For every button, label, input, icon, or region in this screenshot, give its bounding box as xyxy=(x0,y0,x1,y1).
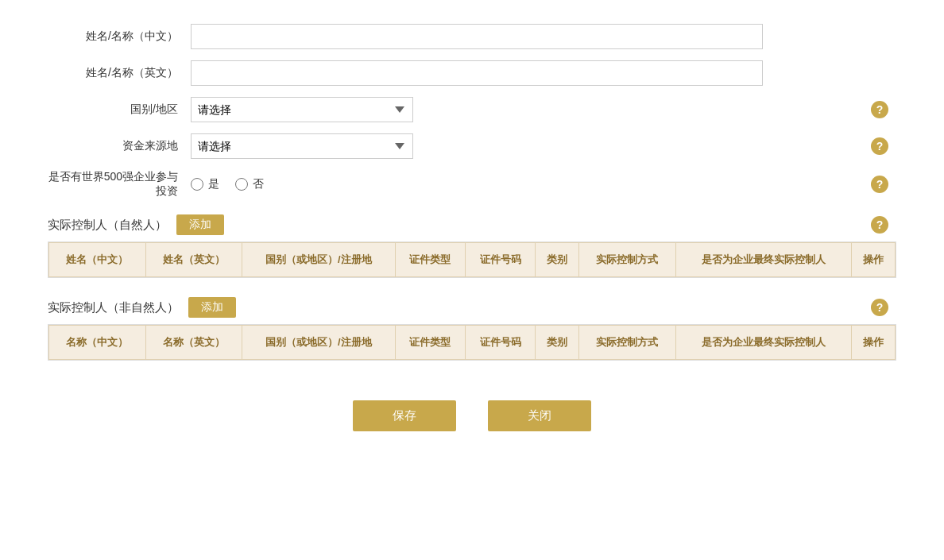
natural-person-table-head: 姓名（中文） 姓名（英文） 国别（或地区）/注册地 证件类型 证件号码 类别 实… xyxy=(49,243,896,277)
np-col-control-method: 实际控制方式 xyxy=(579,243,676,277)
fund-source-help-icon[interactable]: ? xyxy=(871,137,888,155)
fund-source-select[interactable]: 请选择 xyxy=(191,133,413,159)
np-col-cert-type: 证件类型 xyxy=(395,243,465,277)
fortune500-help-icon[interactable]: ? xyxy=(871,176,888,193)
natural-person-header: 实际控制人（自然人） 添加 ? xyxy=(48,214,896,235)
np-col-country: 国别（或地区）/注册地 xyxy=(242,243,396,277)
natural-person-title: 实际控制人（自然人） xyxy=(48,218,167,233)
natural-person-add-button[interactable]: 添加 xyxy=(176,214,224,235)
chinese-name-input[interactable] xyxy=(191,24,763,49)
fund-source-row: 资金来源地 请选择 ? xyxy=(48,133,896,159)
english-name-label: 姓名/名称（英文） xyxy=(48,66,191,80)
fortune500-no-label[interactable]: 否 xyxy=(235,177,264,191)
natural-person-section: 实际控制人（自然人） 添加 ? 姓名（中文） 姓名（英文） 国别（或地区）/注册… xyxy=(48,214,896,278)
non-natural-person-table-wrapper: 名称（中文） 名称（英文） 国别（或地区）/注册地 证件类型 证件号码 类别 实… xyxy=(48,324,896,361)
save-button[interactable]: 保存 xyxy=(353,400,456,431)
nnp-col-chinese-name: 名称（中文） xyxy=(49,326,146,360)
fund-source-label: 资金来源地 xyxy=(48,139,191,153)
natural-person-table-wrapper: 姓名（中文） 姓名（英文） 国别（或地区）/注册地 证件类型 证件号码 类别 实… xyxy=(48,241,896,278)
nnp-col-cert-no: 证件号码 xyxy=(465,326,535,360)
nnp-col-operation: 操作 xyxy=(851,326,895,360)
non-natural-person-add-button[interactable]: 添加 xyxy=(188,297,236,318)
close-button[interactable]: 关闭 xyxy=(488,400,591,431)
page-container: 姓名/名称（中文） 姓名/名称（英文） 国别/地区 请选择 ? 资金来源地 请选… xyxy=(0,0,944,560)
nnp-col-country: 国别（或地区）/注册地 xyxy=(242,326,396,360)
non-natural-person-table-head: 名称（中文） 名称（英文） 国别（或地区）/注册地 证件类型 证件号码 类别 实… xyxy=(49,326,896,360)
np-col-category: 类别 xyxy=(536,243,579,277)
chinese-name-label: 姓名/名称（中文） xyxy=(48,29,191,44)
fortune500-radio-group: 是 否 xyxy=(191,177,264,191)
non-natural-person-section: 实际控制人（非自然人） 添加 ? 名称（中文） 名称（英文） 国别（或地区）/注… xyxy=(48,297,896,361)
natural-person-help-icon[interactable]: ? xyxy=(871,216,888,234)
non-natural-person-title: 实际控制人（非自然人） xyxy=(48,300,179,315)
nnp-col-control-method: 实际控制方式 xyxy=(579,326,676,360)
natural-person-header-row: 姓名（中文） 姓名（英文） 国别（或地区）/注册地 证件类型 证件号码 类别 实… xyxy=(49,243,896,277)
country-row: 国别/地区 请选择 ? xyxy=(48,97,896,122)
footer-buttons: 保存 关闭 xyxy=(48,400,896,431)
country-select[interactable]: 请选择 xyxy=(191,97,413,122)
country-label: 国别/地区 xyxy=(48,102,191,117)
english-name-input[interactable] xyxy=(191,60,763,86)
chinese-name-row: 姓名/名称（中文） xyxy=(48,24,896,49)
nnp-col-english-name: 名称（英文） xyxy=(145,326,242,360)
nnp-col-is-final-controller: 是否为企业最终实际控制人 xyxy=(675,326,851,360)
fortune500-label: 是否有世界500强企业参与投资 xyxy=(48,170,191,199)
non-natural-person-table: 名称（中文） 名称（英文） 国别（或地区）/注册地 证件类型 证件号码 类别 实… xyxy=(48,325,896,360)
non-natural-person-header: 实际控制人（非自然人） 添加 ? xyxy=(48,297,896,318)
fortune500-no-radio[interactable] xyxy=(235,178,248,191)
nnp-col-cert-type: 证件类型 xyxy=(395,326,465,360)
np-col-chinese-name: 姓名（中文） xyxy=(49,243,146,277)
english-name-row: 姓名/名称（英文） xyxy=(48,60,896,86)
natural-person-table: 姓名（中文） 姓名（英文） 国别（或地区）/注册地 证件类型 证件号码 类别 实… xyxy=(48,242,896,277)
np-col-english-name: 姓名（英文） xyxy=(145,243,242,277)
fortune500-row: 是否有世界500强企业参与投资 是 否 ? xyxy=(48,170,896,199)
np-col-is-final-controller: 是否为企业最终实际控制人 xyxy=(675,243,851,277)
country-help-icon[interactable]: ? xyxy=(871,101,888,118)
form-section: 姓名/名称（中文） 姓名/名称（英文） 国别/地区 请选择 ? 资金来源地 请选… xyxy=(48,24,896,199)
np-col-cert-no: 证件号码 xyxy=(465,243,535,277)
non-natural-person-header-row: 名称（中文） 名称（英文） 国别（或地区）/注册地 证件类型 证件号码 类别 实… xyxy=(49,326,896,360)
np-col-operation: 操作 xyxy=(851,243,895,277)
nnp-col-category: 类别 xyxy=(536,326,579,360)
fortune500-yes-label[interactable]: 是 xyxy=(191,177,219,191)
non-natural-person-help-icon[interactable]: ? xyxy=(871,299,888,316)
fortune500-yes-radio[interactable] xyxy=(191,178,203,191)
